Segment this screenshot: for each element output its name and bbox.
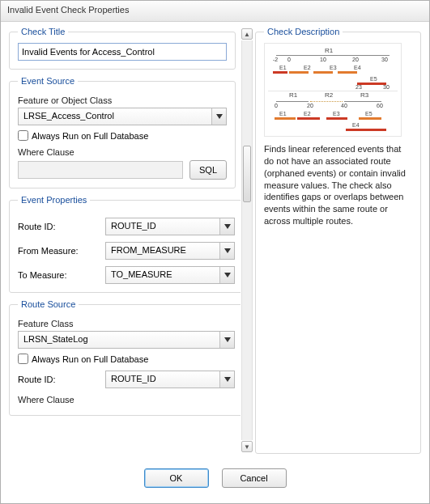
route-source-always-run-label: Always Run on Full Database	[32, 354, 148, 364]
from-measure-combo[interactable]: FROM_MEASURE	[105, 242, 235, 260]
route-source-feature-combo[interactable]: LRSN_StateLog	[18, 331, 235, 349]
event-source-feature-value: LRSE_Access_Control	[19, 108, 211, 125]
chevron-down-icon[interactable]	[219, 332, 234, 348]
dialog-buttons: OK Cancel	[1, 459, 429, 498]
route-source-where-label: Where Clause	[18, 395, 235, 404]
from-measure-value: FROM_MEASURE	[106, 243, 219, 259]
from-measure-label: From Measure:	[18, 246, 99, 256]
chevron-down-icon[interactable]	[211, 108, 226, 125]
check-title-group: Check Title	[9, 27, 236, 70]
route-source-always-run-row[interactable]: Always Run on Full Database	[18, 354, 235, 364]
route-id-label: Route ID:	[18, 222, 99, 231]
chevron-down-icon[interactable]	[219, 243, 234, 259]
sql-button[interactable]: SQL	[189, 160, 227, 180]
left-pane: Check Title Event Source Feature or Obje…	[1, 22, 241, 459]
window-titlebar: Invalid Event Check Properties	[1, 1, 429, 22]
route-source-feature-label: Feature Class	[18, 319, 235, 328]
route-source-always-run-checkbox[interactable]	[18, 354, 28, 364]
to-measure-label: To Measure:	[18, 270, 99, 280]
description-diagram: R1 -2 0 10 20 30 E1 E2 E3 E4 E5	[264, 43, 402, 137]
route-source-route-id-value: ROUTE_ID	[106, 371, 219, 388]
event-source-where-label: Where Clause	[18, 147, 227, 157]
route-source-legend: Route Source	[18, 299, 79, 309]
check-description-group: Check Description R1 -2 0 10 20 30 E1 E2…	[255, 27, 421, 454]
scroll-thumb[interactable]	[243, 146, 251, 202]
event-source-feature-combo[interactable]: LRSE_Access_Control	[18, 108, 227, 125]
route-id-value: ROUTE_ID	[106, 218, 219, 235]
route-source-route-id-combo[interactable]: ROUTE_ID	[105, 371, 235, 388]
event-source-always-run-label: Always Run on Full Database	[32, 131, 148, 141]
chevron-down-icon[interactable]	[219, 267, 234, 283]
event-source-group: Event Source Feature or Object Class LRS…	[9, 76, 236, 188]
cancel-button[interactable]: Cancel	[222, 468, 287, 488]
diagram-top: R1 -2 0 10 20 30 E1 E2 E3 E4 E5	[268, 47, 398, 87]
description-text: Finds linear referenced events that do n…	[264, 143, 412, 227]
diagram-bottom: R1 R2 R3 0 20 40 60 E1 E2 E3 E5	[268, 91, 398, 133]
route-source-feature-value: LRSN_StateLog	[19, 332, 219, 348]
event-properties-group: Event Properties Route ID: ROUTE_ID From…	[9, 195, 241, 293]
event-source-feature-label: Feature or Object Class	[18, 95, 227, 105]
window-title: Invalid Event Check Properties	[7, 5, 129, 15]
to-measure-combo[interactable]: TO_MEASURE	[105, 266, 235, 284]
scrollbar[interactable]: ▲ ▼	[241, 22, 253, 459]
route-source-group: Route Source Feature Class LRSN_StateLog…	[9, 299, 241, 416]
scroll-up-icon[interactable]: ▲	[241, 28, 253, 40]
to-measure-value: TO_MEASURE	[106, 267, 219, 283]
chevron-down-icon[interactable]	[219, 218, 234, 235]
route-source-route-id-label: Route ID:	[18, 375, 99, 384]
check-title-input[interactable]	[18, 43, 227, 61]
scroll-down-icon[interactable]: ▼	[241, 441, 253, 452]
event-source-where-input[interactable]	[18, 161, 183, 179]
event-properties-legend: Event Properties	[18, 195, 90, 205]
route-id-combo[interactable]: ROUTE_ID	[105, 218, 235, 235]
right-pane: Check Description R1 -2 0 10 20 30 E1 E2…	[253, 22, 429, 459]
event-source-always-run-row[interactable]: Always Run on Full Database	[18, 130, 227, 141]
chevron-down-icon[interactable]	[219, 371, 234, 388]
check-title-legend: Check Title	[18, 27, 68, 36]
event-source-legend: Event Source	[18, 76, 78, 86]
ok-button[interactable]: OK	[144, 468, 209, 488]
event-source-always-run-checkbox[interactable]	[18, 130, 28, 141]
scroll-track[interactable]	[241, 40, 253, 440]
check-description-legend: Check Description	[264, 27, 343, 36]
dialog-content: Check Title Event Source Feature or Obje…	[1, 22, 429, 459]
